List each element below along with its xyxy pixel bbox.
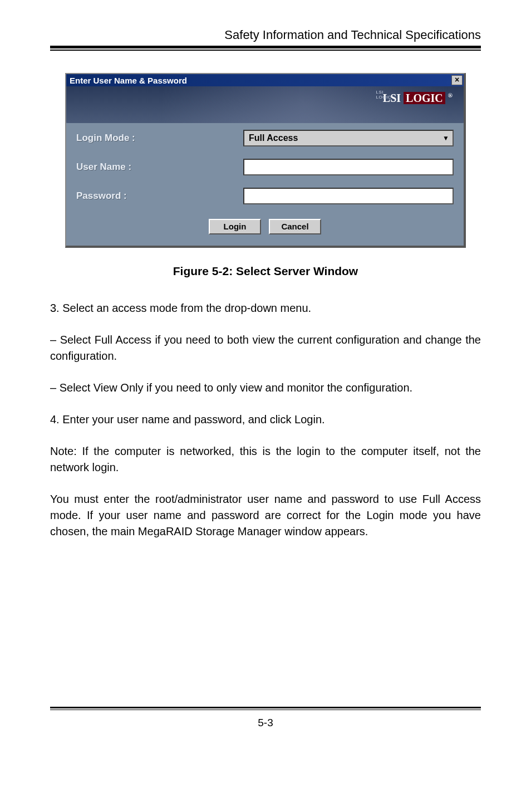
password-input[interactable] <box>243 188 454 204</box>
document-page: Safety Information and Technical Specifi… <box>0 0 531 751</box>
body-text: 3. Select an access mode from the drop-d… <box>50 300 481 540</box>
brand-text-2: LOGIC <box>404 92 445 104</box>
brand-small-tag: LSI LOGIC <box>376 90 391 100</box>
paragraph: – Select View Only if you need to only v… <box>50 380 481 396</box>
paragraph: You must enter the root/administrator us… <box>50 491 481 540</box>
footer-rule <box>50 707 481 710</box>
figure-caption: Figure 5-2: Select Server Window <box>50 265 481 278</box>
login-button[interactable]: Login <box>209 219 261 234</box>
dialog-title: Enter User Name & Password <box>70 76 187 85</box>
cancel-button[interactable]: Cancel <box>269 219 321 234</box>
row-login-mode: Login Mode : Full Access ▼ <box>76 130 454 146</box>
dialog-titlebar: Enter User Name & Password × <box>66 74 464 86</box>
row-password: Password : <box>76 188 454 204</box>
page-header: Safety Information and Technical Specifi… <box>50 28 481 42</box>
paragraph: 4. Enter your user name and password, an… <box>50 412 481 428</box>
chevron-down-icon: ▼ <box>442 134 449 142</box>
paragraph: 3. Select an access mode from the drop-d… <box>50 300 481 316</box>
login-dialog: Enter User Name & Password × LSI LOGIC L… <box>65 73 466 248</box>
label-user-name: User Name : <box>76 162 243 173</box>
label-password: Password : <box>76 190 243 202</box>
login-mode-select[interactable]: Full Access ▼ <box>243 130 454 146</box>
label-login-mode: Login Mode : <box>76 133 243 144</box>
header-rule <box>50 46 481 51</box>
row-user-name: User Name : <box>76 159 454 175</box>
dialog-banner: LSI LOGIC LSI LOGIC ® <box>66 86 464 123</box>
close-icon: × <box>455 75 459 84</box>
brand-reg: ® <box>448 92 453 99</box>
paragraph: – Select Full Access if you need to both… <box>50 332 481 364</box>
login-mode-value: Full Access <box>249 133 298 143</box>
close-button[interactable]: × <box>451 75 463 85</box>
brand-logo: LSI LOGIC LSI LOGIC ® <box>383 92 453 105</box>
paragraph: Note: If the computer is networked, this… <box>50 443 481 476</box>
form-area: Login Mode : Full Access ▼ User Name : P… <box>66 123 464 246</box>
page-number: 5-3 <box>50 717 481 729</box>
dialog-button-row: Login Cancel <box>76 217 454 240</box>
user-name-input[interactable] <box>243 159 454 175</box>
